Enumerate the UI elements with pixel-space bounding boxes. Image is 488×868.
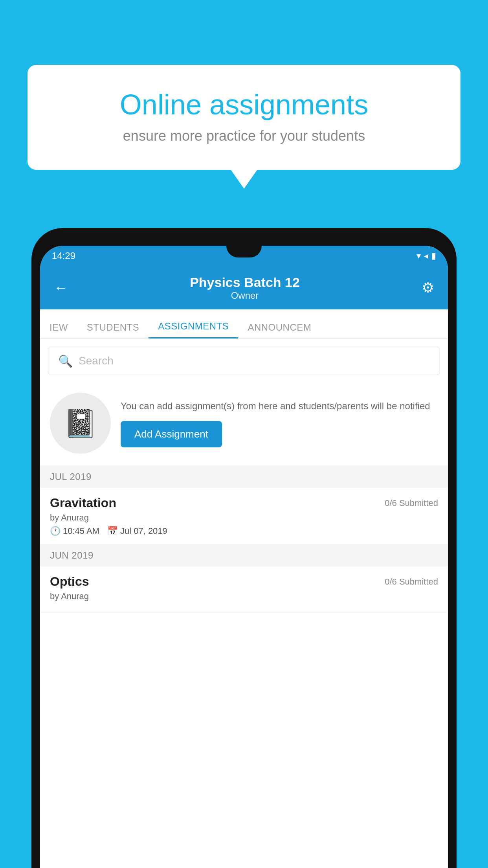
assignment-submitted-gravitation: 0/6 Submitted (385, 498, 438, 508)
search-placeholder-text: Search (79, 355, 114, 367)
app-bar-center: Physics Batch 12 Owner (190, 275, 300, 301)
app-bar: ← Physics Batch 12 Owner ⚙ (40, 266, 448, 309)
notebook-icon: 📓 (63, 407, 97, 440)
tab-assignments[interactable]: ASSIGNMENTS (149, 309, 238, 338)
signal-icon: ◂ (424, 251, 428, 261)
promo-icon-circle: 📓 (50, 393, 111, 454)
meta-time-gravitation: 🕐 10:45 AM (50, 526, 99, 536)
meta-date-gravitation: 📅 Jul 07, 2019 (107, 526, 167, 536)
calendar-icon: 📅 (107, 526, 118, 536)
bubble-subtitle: ensure more practice for your students (55, 128, 433, 144)
promo-text: You can add assignment(s) from here and … (121, 399, 438, 447)
wifi-icon: ▾ (416, 251, 421, 261)
add-assignment-promo: 📓 You can add assignment(s) from here an… (40, 381, 448, 466)
add-assignment-button[interactable]: Add Assignment (121, 421, 222, 447)
assignment-name-gravitation: Gravitation (50, 496, 116, 510)
assignment-date-gravitation: Jul 07, 2019 (120, 526, 167, 536)
promo-description: You can add assignment(s) from here and … (121, 399, 438, 413)
assignment-row1-optics: Optics 0/6 Submitted (50, 574, 438, 589)
tab-iew[interactable]: IEW (40, 309, 77, 338)
assignment-time-gravitation: 10:45 AM (63, 526, 99, 536)
search-icon: 🔍 (58, 354, 73, 368)
section-header-jul: JUL 2019 (40, 466, 448, 488)
status-icons: ▾ ◂ ▮ (416, 251, 436, 261)
assignment-submitted-optics: 0/6 Submitted (385, 577, 438, 587)
assignment-row1: Gravitation 0/6 Submitted (50, 496, 438, 510)
battery-icon: ▮ (431, 251, 436, 261)
app-bar-subtitle: Owner (190, 290, 300, 301)
bubble-title: Online assignments (55, 88, 433, 121)
content-area: 🔍 Search 📓 You can add assignment(s) fro… (40, 339, 448, 613)
assignment-meta-gravitation: 🕐 10:45 AM 📅 Jul 07, 2019 (50, 526, 438, 536)
search-bar[interactable]: 🔍 Search (48, 347, 440, 375)
speech-bubble: Online assignments ensure more practice … (28, 65, 460, 170)
phone-screen: 14:29 ▾ ◂ ▮ ← Physics Batch 12 Owner ⚙ I… (40, 246, 448, 868)
assignment-by-gravitation: by Anurag (50, 513, 438, 523)
settings-icon[interactable]: ⚙ (422, 280, 434, 296)
clock-icon: 🕐 (50, 526, 61, 536)
assignment-by-optics: by Anurag (50, 591, 438, 601)
assignment-name-optics: Optics (50, 574, 89, 589)
section-header-jun: JUN 2019 (40, 544, 448, 566)
assignment-item-gravitation[interactable]: Gravitation 0/6 Submitted by Anurag 🕐 10… (40, 488, 448, 544)
tab-announcements[interactable]: ANNOUNCEM (238, 309, 321, 338)
status-time: 14:29 (52, 250, 75, 261)
speech-bubble-container: Online assignments ensure more practice … (28, 65, 460, 170)
back-button[interactable]: ← (54, 280, 68, 296)
tab-students[interactable]: STUDENTS (77, 309, 149, 338)
assignment-item-optics[interactable]: Optics 0/6 Submitted by Anurag (40, 566, 448, 613)
phone-frame: 14:29 ▾ ◂ ▮ ← Physics Batch 12 Owner ⚙ I… (31, 228, 457, 868)
tabs-container: IEW STUDENTS ASSIGNMENTS ANNOUNCEM (40, 309, 448, 339)
app-bar-title: Physics Batch 12 (190, 275, 300, 290)
